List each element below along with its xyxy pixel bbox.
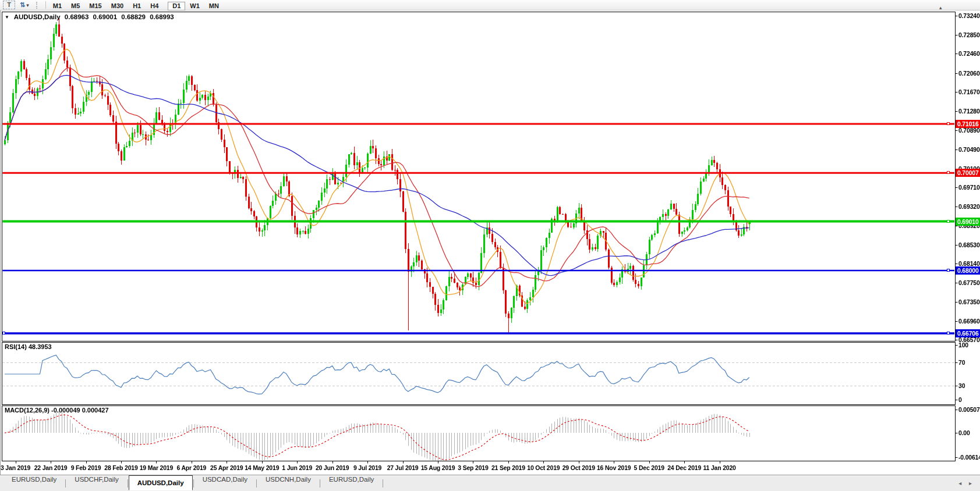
macd-label: MACD(12,26,9) -0.000049 0.000427	[5, 407, 109, 414]
price-line-handle[interactable]	[947, 269, 950, 272]
timeframe-button-mn[interactable]: MN	[204, 2, 224, 10]
price-line-badge: 0.69010	[956, 218, 980, 226]
rsi-axis-label: 30	[958, 382, 965, 389]
tab-separator	[128, 479, 128, 488]
chart-mode-button[interactable]: T	[3, 1, 15, 9]
rsi-label: RSI(14) 48.3953	[5, 343, 52, 350]
date-axis-label: 11 Jan 2020	[696, 464, 743, 471]
chart-tab-bar: EURUSD,DailyUSDCHF,DailyAUDUSD,DailyUSDC…	[0, 475, 980, 491]
mt4-chart-window: T ⇅ ▾ M1M5M15M30H1H4D1W1MN ▴ ▼ AUDUSD,Da…	[0, 0, 980, 491]
rsi-axis-label: 70	[958, 359, 965, 366]
tab-scroll-buttons: ◂ ▸	[953, 480, 972, 486]
chart-tab-eurusd[interactable]: EURUSD,Daily	[321, 476, 382, 491]
price-axis-label: 0.72850	[958, 31, 980, 38]
price-line-handle[interactable]	[2, 332, 5, 335]
tab-separator	[65, 479, 66, 488]
price-axis-label: 0.67350	[958, 298, 980, 305]
tab-separator	[383, 479, 383, 488]
rsi-axis-label: 100	[958, 341, 968, 348]
timeframe-button-group: M1M5M15M30H1H4D1W1MN	[48, 0, 224, 10]
tab-separator	[256, 479, 257, 488]
price-axis-label: 0.73240	[958, 12, 980, 19]
timeframe-button-m30[interactable]: M30	[107, 2, 128, 10]
price-axis-label: 0.69710	[958, 184, 980, 191]
chart-tab-audusd[interactable]: AUDUSD,Daily	[129, 475, 193, 490]
tab-scroll-right-icon[interactable]: ▸	[969, 480, 972, 486]
axis-scroll-up-icon[interactable]: ▴	[939, 5, 942, 10]
chart-tab-usdcad[interactable]: USDCAD,Daily	[194, 476, 256, 491]
tab-scroll-left-icon[interactable]: ◂	[958, 480, 961, 486]
price-axis-label: 0.67750	[958, 279, 980, 286]
rsi-axis-label: 0	[958, 396, 962, 403]
toolbar-grip-handle[interactable]	[36, 2, 40, 9]
price-axis-label: 0.72460	[958, 50, 980, 57]
price-axis-label: 0.71670	[958, 88, 980, 95]
macd-axis-label: 0.005076	[958, 406, 980, 413]
price-axis-label: 0.72060	[958, 70, 980, 77]
macd-axis-label: 0.00	[958, 429, 970, 436]
price-axis-label: 0.66960	[958, 318, 980, 325]
title-close: 0.68993	[150, 13, 174, 20]
dropdown-caret-icon[interactable]: ▾	[26, 2, 29, 8]
tab-separator	[320, 479, 320, 488]
chart-tab-usdchf[interactable]: USDCHF,Daily	[66, 476, 126, 491]
chart-canvas[interactable]	[0, 0, 980, 491]
toolbar-separator	[45, 1, 46, 9]
title-open: 0.68963	[65, 13, 89, 20]
price-line-badge: 0.71016	[956, 120, 980, 128]
price-line-handle[interactable]	[947, 122, 950, 125]
timeframe-button-m1[interactable]: M1	[48, 2, 66, 10]
title-low: 0.68829	[121, 13, 146, 20]
price-axis-label: 0.69320	[958, 203, 980, 210]
price-axis-label: 0.70490	[958, 146, 980, 153]
price-line-badge: 0.70007	[956, 169, 980, 177]
timeframe-button-w1[interactable]: W1	[185, 2, 204, 10]
updown-arrows-icon[interactable]: ⇅	[20, 1, 25, 9]
price-axis-label: 0.68530	[958, 241, 980, 248]
price-line-handle[interactable]	[947, 220, 950, 223]
chart-tabs: EURUSD,DailyUSDCHF,DailyAUDUSD,DailyUSDC…	[0, 475, 384, 491]
timeframe-button-h1[interactable]: H1	[128, 2, 146, 10]
timeframe-toolbar: T ⇅ ▾ M1M5M15M30H1H4D1W1MN	[0, 0, 980, 10]
macd-axis-label: -0.006148	[958, 454, 980, 461]
title-high: 0.69001	[93, 13, 118, 20]
price-line-badge: 0.68000	[956, 266, 980, 275]
timeframe-button-m5[interactable]: M5	[66, 2, 84, 10]
chart-title: ▼ AUDUSD,Daily 0.68963 0.69001 0.68829 0…	[5, 13, 176, 20]
tab-separator	[193, 479, 194, 488]
timeframe-button-m15[interactable]: M15	[84, 2, 106, 10]
price-line-badge: 0.66706	[956, 329, 980, 337]
price-line-handle[interactable]	[947, 171, 950, 174]
title-symbol: AUDUSD,Daily	[14, 13, 61, 20]
chart-tab-usdcnh[interactable]: USDCNH,Daily	[257, 476, 319, 491]
chart-tab-eurusd[interactable]: EURUSD,Daily	[3, 476, 65, 491]
price-axis-label: 0.71280	[958, 108, 980, 115]
symbol-collapse-icon[interactable]: ▼	[5, 15, 9, 20]
price-line-handle[interactable]	[947, 332, 950, 335]
timeframe-button-d1[interactable]: D1	[168, 2, 185, 10]
timeframe-button-h4[interactable]: H4	[146, 2, 163, 10]
